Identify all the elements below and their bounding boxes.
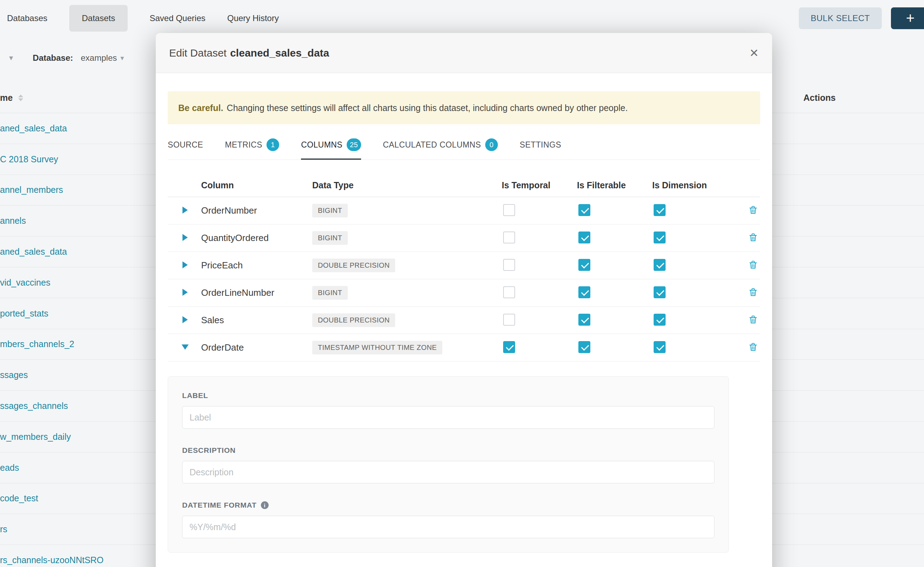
nav-tab-query-history[interactable]: Query History (227, 5, 279, 32)
delete-column-icon[interactable] (748, 315, 758, 326)
nav-tab-databases[interactable]: Databases (7, 5, 47, 32)
is-filterable-checkbox[interactable] (578, 314, 590, 326)
dataset-link[interactable]: aned_sales_data (0, 123, 67, 134)
modal-title-dataset-name: cleaned_sales_data (230, 47, 329, 58)
expand-caret-icon[interactable] (182, 261, 188, 268)
is-temporal-checkbox[interactable] (503, 341, 515, 353)
is-dimension-checkbox[interactable] (654, 259, 665, 271)
name-column-header[interactable]: me (0, 93, 23, 103)
label-input[interactable] (182, 406, 715, 429)
dataset-link[interactable]: annels (0, 216, 26, 226)
modal-tabs: SOURCE METRICS 1 COLUMNS 25 CALCULATED C… (168, 129, 760, 160)
is-temporal-checkbox[interactable] (503, 204, 515, 216)
dataset-link[interactable]: ssages (0, 370, 28, 380)
dataset-link[interactable]: rs (0, 524, 8, 534)
is-dimension-checkbox[interactable] (654, 204, 665, 216)
is-dimension-checkbox[interactable] (654, 314, 665, 326)
expand-caret-icon[interactable] (182, 289, 188, 296)
data-type-pill: TIMESTAMP WITHOUT TIME ZONE (312, 341, 442, 354)
description-field-label: DESCRIPTION (182, 446, 715, 454)
data-type-pill: BIGINT (312, 204, 348, 218)
label-field-group: LABEL (182, 392, 715, 429)
expand-caret-icon[interactable] (182, 316, 188, 323)
is-temporal-checkbox[interactable] (503, 286, 515, 298)
dataset-link[interactable]: eads (0, 463, 19, 473)
delete-column-icon[interactable] (748, 260, 758, 271)
tab-source[interactable]: SOURCE (168, 129, 203, 159)
filter-dropdown-caret-icon[interactable]: ▾ (9, 53, 13, 63)
is-filterable-checkbox[interactable] (578, 259, 590, 271)
delete-column-icon[interactable] (748, 205, 758, 216)
dataset-link[interactable]: mbers_channels_2 (0, 339, 74, 349)
database-filter-select[interactable]: examples ▾ (81, 53, 124, 63)
bulk-select-button[interactable]: BULK SELECT (799, 8, 882, 29)
datetime-format-input[interactable] (182, 516, 715, 538)
tab-calculated-columns[interactable]: CALCULATED COLUMNS 0 (383, 129, 498, 159)
delete-column-icon[interactable] (748, 232, 758, 244)
is-filterable-checkbox[interactable] (578, 231, 590, 243)
nav-right: BULK SELECT + (799, 8, 924, 29)
datetime-format-field-label: DATETIME FORMAT i (182, 501, 715, 509)
warning-bold-text: Be careful. (178, 103, 227, 113)
collapse-caret-icon[interactable] (182, 344, 189, 350)
actions-column-header: Actions (804, 93, 836, 103)
add-dataset-button[interactable]: + (891, 8, 924, 29)
is-dimension-checkbox[interactable] (654, 341, 665, 353)
description-input[interactable] (182, 461, 715, 483)
is-filterable-checkbox[interactable] (578, 341, 590, 353)
header-is-dimension: Is Dimension (652, 180, 732, 190)
warning-banner: Be careful. Changing these settings will… (168, 92, 760, 124)
is-filterable-checkbox[interactable] (578, 204, 590, 216)
column-name: PriceEach (201, 260, 312, 271)
header-is-temporal: Is Temporal (502, 180, 577, 190)
dataset-link[interactable]: ported_stats (0, 309, 48, 319)
data-type-pill: BIGINT (312, 231, 348, 245)
is-temporal-checkbox[interactable] (503, 259, 515, 271)
nav-tab-datasets[interactable]: Datasets (69, 5, 128, 32)
expand-caret-icon[interactable] (182, 234, 188, 241)
dataset-link[interactable]: annel_members (0, 185, 63, 195)
modal-header: Edit Datasetcleaned_sales_data ✕ (156, 33, 772, 73)
close-icon[interactable]: ✕ (749, 47, 759, 58)
tab-columns[interactable]: COLUMNS 25 (301, 129, 361, 159)
column-row: QuantityOrdered BIGINT (168, 225, 760, 252)
info-icon[interactable]: i (261, 501, 269, 509)
dataset-link[interactable]: aned_sales_data (0, 247, 67, 257)
dataset-link[interactable]: rs_channels-uzooNNtSRO (0, 555, 104, 565)
expand-caret-icon[interactable] (182, 207, 188, 214)
tab-settings[interactable]: SETTINGS (520, 129, 561, 159)
edit-dataset-modal: Edit Datasetcleaned_sales_data ✕ Be care… (156, 33, 772, 567)
top-navigation: Databases Datasets Saved Queries Query H… (0, 0, 924, 36)
label-field-label: LABEL (182, 392, 715, 400)
is-temporal-checkbox[interactable] (503, 231, 515, 243)
data-type-pill: DOUBLE PRECISION (312, 258, 395, 272)
is-temporal-checkbox[interactable] (503, 314, 515, 326)
columns-table-header: Column Data Type Is Temporal Is Filterab… (168, 160, 760, 197)
is-filterable-checkbox[interactable] (578, 286, 590, 298)
dataset-link[interactable]: vid_vaccines (0, 278, 50, 288)
metrics-count-badge: 1 (266, 138, 279, 151)
dataset-link[interactable]: w_members_daily (0, 432, 71, 442)
column-row: Sales DOUBLE PRECISION (168, 307, 760, 334)
columns-count-badge: 25 (347, 138, 361, 151)
warning-text: Changing these settings will affect all … (227, 103, 628, 113)
column-name: QuantityOrdered (201, 232, 312, 243)
header-data-type: Data Type (312, 180, 502, 190)
tab-metrics[interactable]: METRICS 1 (225, 129, 279, 159)
data-type-pill: BIGINT (312, 286, 348, 300)
delete-column-icon[interactable] (748, 287, 758, 298)
is-dimension-checkbox[interactable] (654, 231, 665, 243)
header-is-filterable: Is Filterable (577, 180, 652, 190)
is-dimension-checkbox[interactable] (654, 286, 665, 298)
dataset-link[interactable]: C 2018 Survey (0, 154, 58, 164)
delete-column-icon[interactable] (748, 342, 758, 353)
column-name: OrderNumber (201, 205, 312, 216)
dataset-link[interactable]: ssages_channels (0, 401, 68, 411)
nav-tab-saved-queries[interactable]: Saved Queries (149, 5, 205, 32)
dataset-link[interactable]: code_test (0, 493, 38, 503)
column-row: OrderLineNumber BIGINT (168, 279, 760, 307)
column-detail-panel: LABEL DESCRIPTION DATETIME FORMAT i (168, 376, 729, 553)
datetime-format-field-group: DATETIME FORMAT i (182, 501, 715, 538)
nav-tabs: Databases Datasets Saved Queries Query H… (7, 5, 279, 32)
column-row: OrderDate TIMESTAMP WITHOUT TIME ZONE (168, 334, 760, 362)
